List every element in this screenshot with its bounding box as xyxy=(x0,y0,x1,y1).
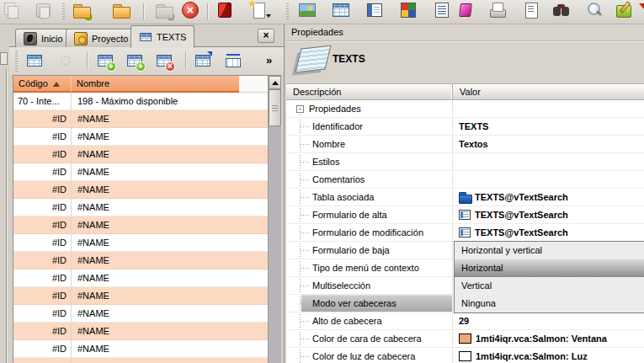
property-row[interactable]: Formulario de modificaciónTEXTS@vTextSea… xyxy=(286,224,644,242)
form-icon[interactable] xyxy=(365,1,384,19)
tab-bar: InicioProyectoTEXTS xyxy=(9,24,284,47)
table-row[interactable]: #ID#NAME xyxy=(13,181,268,199)
table-icon[interactable] xyxy=(332,1,350,19)
toolbar-handle[interactable] xyxy=(62,3,65,20)
toolbar-handle[interactable] xyxy=(15,51,18,72)
copy-icon[interactable] xyxy=(2,1,20,19)
toolbar-overflow-button[interactable]: » xyxy=(266,55,272,67)
stop-icon[interactable] xyxy=(216,1,234,19)
property-name: Formulario de alta xyxy=(286,206,452,223)
scroll-up-button[interactable] xyxy=(269,76,281,89)
document-icon[interactable] xyxy=(522,1,540,19)
table-row[interactable]: 70 - Inte...198 - Máximo disponible xyxy=(13,93,268,110)
table-row[interactable]: #ID#NAME xyxy=(13,340,268,358)
property-name-text: Estilos xyxy=(312,157,339,167)
property-name-text: Nombre xyxy=(312,139,345,149)
table-view-icon[interactable] xyxy=(26,52,43,69)
column-header-codigo[interactable]: Código xyxy=(13,76,72,93)
tree-root-row[interactable]: Propiedades xyxy=(286,100,644,118)
property-row[interactable]: IdentificadorTEXTS xyxy=(286,118,644,136)
dropdown-option[interactable]: Ninguna xyxy=(455,295,644,312)
dock-handle[interactable] xyxy=(0,52,8,65)
table-row[interactable]: #ID#NAME xyxy=(13,234,268,252)
property-row[interactable]: NombreTextos xyxy=(286,136,644,153)
property-row[interactable]: Estilos xyxy=(286,153,644,171)
property-value: 1mti4iqr.vca:Salmon: Luz xyxy=(452,348,644,363)
dropdown-option[interactable]: Vertical xyxy=(455,277,644,295)
cell-nombre: #NAME xyxy=(72,323,268,339)
folder-icon[interactable] xyxy=(112,1,130,19)
property-row[interactable]: Alto de cabecera29 xyxy=(286,312,644,330)
cell-nombre: #NAME xyxy=(72,287,268,304)
app-window: +× InicioProyectoTEXTS ++×» Código Nombr… xyxy=(0,0,644,363)
search-binoculars-icon[interactable] xyxy=(552,1,571,19)
property-row[interactable]: Comentarios xyxy=(286,171,644,189)
column-width-icon[interactable] xyxy=(225,52,242,69)
dropdown-option[interactable]: Horizontal xyxy=(455,259,644,277)
vertical-scrollbar[interactable] xyxy=(268,76,281,363)
column-header-valor[interactable]: Valor xyxy=(452,84,644,99)
tab-inicio[interactable]: Inicio xyxy=(15,29,72,47)
dropdown-caret-icon[interactable] xyxy=(266,14,271,18)
tab-texts[interactable]: TEXTS xyxy=(130,25,194,48)
paste-icon[interactable] xyxy=(34,1,52,19)
zoom-icon[interactable] xyxy=(584,1,603,19)
table-row[interactable]: #ID#NAME xyxy=(13,146,268,163)
new-folder-icon[interactable]: + xyxy=(72,1,91,19)
property-row[interactable]: Formulario de altaTEXTS@vTextSearch xyxy=(286,206,644,224)
property-row[interactable]: Color de luz de cabecera1mti4iqr.vca:Sal… xyxy=(286,348,644,363)
combo-dropdown: Horizontal y verticalHorizontalVerticalN… xyxy=(454,241,644,313)
table-row[interactable]: #ID#NAME xyxy=(13,163,268,181)
table-toolbar: ++×» xyxy=(9,47,284,75)
property-row[interactable]: Color de cara de cabecera1mti4iqr.vca:Sa… xyxy=(286,330,644,348)
table-row[interactable]: #ID#NAME xyxy=(13,216,268,234)
table-row[interactable]: #ID#NAME xyxy=(13,110,268,128)
collapse-icon[interactable] xyxy=(296,105,304,113)
property-name: Comentarios xyxy=(286,171,452,188)
cancel-icon[interactable] xyxy=(181,1,200,19)
table-row[interactable]: #ID#NAME xyxy=(13,323,268,340)
new-record-icon[interactable]: + xyxy=(97,52,114,69)
table-row[interactable]: #ID#NAME xyxy=(13,270,268,287)
scrollbar-thumb[interactable] xyxy=(269,89,281,126)
tab-proyecto[interactable]: Proyecto xyxy=(66,29,136,47)
remove-folder-icon[interactable]: × xyxy=(155,1,173,19)
column-header-descripcion[interactable]: Descripción xyxy=(286,84,452,99)
cell-codigo: #ID xyxy=(13,146,72,163)
cell-nombre: #NAME xyxy=(72,128,268,145)
dropdown-option[interactable]: Horizontal y vertical xyxy=(455,242,644,259)
property-name-text: Comentarios xyxy=(312,174,365,184)
panel-title: Propiedades xyxy=(291,27,343,37)
property-row[interactable]: Tabla asociadaTEXTS@vTextSearch xyxy=(286,189,644,206)
badge-icon: × xyxy=(165,61,175,72)
property-name: Multiselección xyxy=(286,277,452,294)
table-row[interactable]: #ID#NAME xyxy=(13,287,268,305)
mosaic-icon[interactable] xyxy=(399,1,418,19)
edit-icon[interactable] xyxy=(615,1,633,19)
proyecto-icon xyxy=(74,32,88,45)
cell-nombre: #NAME xyxy=(72,234,268,251)
printer-icon[interactable] xyxy=(488,1,507,19)
image-icon[interactable] xyxy=(298,1,317,19)
table-row[interactable]: #ID#NAME xyxy=(13,305,268,323)
table-expand-icon[interactable] xyxy=(194,52,211,69)
table-row[interactable]: #ID#NAME xyxy=(13,358,268,363)
table-row[interactable]: #ID#NAME xyxy=(13,199,268,216)
cell-nombre: #NAME xyxy=(72,340,268,357)
cell-nombre: 198 - Máximo disponible xyxy=(72,93,268,109)
new-item-icon[interactable] xyxy=(248,1,267,19)
column-header-nombre[interactable]: Nombre xyxy=(72,76,239,93)
settings-icon[interactable] xyxy=(57,52,74,69)
object-3d-icon[interactable] xyxy=(456,1,475,19)
list-icon[interactable] xyxy=(433,1,451,19)
new-record-inline-icon[interactable]: + xyxy=(126,52,143,69)
close-tab-button[interactable] xyxy=(258,29,274,43)
delete-record-icon[interactable]: × xyxy=(156,52,173,69)
inicio-icon xyxy=(24,32,37,45)
property-name: Color de luz de cabecera xyxy=(286,348,452,363)
toolbar-handle[interactable] xyxy=(286,3,289,20)
table-row[interactable]: #ID#NAME xyxy=(13,252,268,270)
table-row[interactable]: #ID#NAME xyxy=(13,128,268,146)
filter-icon[interactable] xyxy=(637,1,644,19)
properties-panel: Propiedades TEXTS Descripción Valor Prop… xyxy=(286,24,644,363)
